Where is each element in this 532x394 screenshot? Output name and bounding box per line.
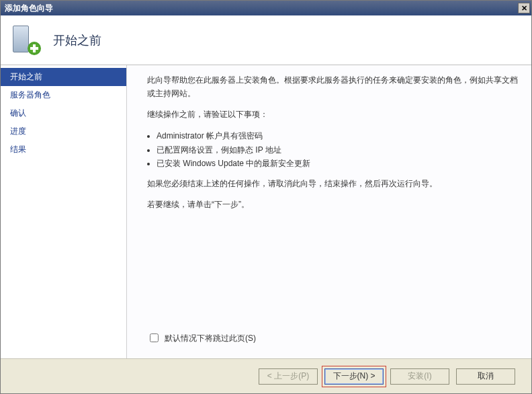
wizard-window: 添加角色向导 ✕ 开始之前 开始之前 服务器角色 确认 进度 结果 bbox=[0, 0, 532, 394]
wizard-header: 开始之前 bbox=[1, 15, 531, 65]
skip-checkbox-label[interactable]: 默认情况下将跳过此页(S) bbox=[165, 331, 256, 345]
sidebar-item-before-you-begin[interactable]: 开始之前 bbox=[1, 68, 126, 86]
sidebar-item-label: 进度 bbox=[10, 126, 26, 136]
titlebar: 添加角色向导 ✕ bbox=[1, 1, 531, 15]
skip-checkbox[interactable] bbox=[150, 333, 159, 342]
sidebar-item-label: 确认 bbox=[10, 108, 26, 118]
cancel-button[interactable]: 取消 bbox=[456, 368, 515, 385]
page-title: 开始之前 bbox=[53, 32, 101, 48]
wizard-body: 开始之前 服务器角色 确认 进度 结果 此向导帮助您在此服务器上安装角色。根据要… bbox=[1, 65, 531, 358]
sidebar-item-label: 结果 bbox=[10, 145, 26, 154]
continue-hint: 若要继续，请单击“下一步”。 bbox=[147, 198, 518, 211]
next-button[interactable]: 下一步(N) > bbox=[324, 368, 384, 385]
content-panel: 此向导帮助您在此服务器上安装角色。根据要求此服务器执行的任务来确定要安装的角色，… bbox=[127, 65, 531, 358]
sidebar: 开始之前 服务器角色 确认 进度 结果 bbox=[1, 65, 127, 358]
intro-text: 此向导帮助您在此服务器上安装角色。根据要求此服务器执行的任务来确定要安装的角色，… bbox=[147, 73, 518, 101]
skip-row: 默认情况下将跳过此页(S) bbox=[147, 331, 518, 352]
install-button: 安装(I) bbox=[390, 368, 449, 385]
sidebar-item-label: 服务器角色 bbox=[10, 90, 50, 100]
sidebar-item-results[interactable]: 结果 bbox=[1, 141, 126, 159]
server-role-icon bbox=[10, 24, 42, 56]
window-title: 添加角色向导 bbox=[5, 3, 518, 14]
warning-text: 如果您必须结束上述的任何操作，请取消此向导，结束操作，然后再次运行向导。 bbox=[147, 177, 518, 190]
list-item: 已配置网络设置，例如静态 IP 地址 bbox=[157, 143, 518, 157]
sidebar-item-server-roles[interactable]: 服务器角色 bbox=[1, 86, 126, 104]
back-button: < 上一步(P) bbox=[259, 368, 318, 385]
wizard-footer: < 上一步(P) 下一步(N) > 安装(I) 取消 bbox=[1, 358, 531, 393]
sidebar-item-progress[interactable]: 进度 bbox=[1, 122, 126, 141]
close-icon[interactable]: ✕ bbox=[518, 3, 530, 13]
list-item: Administrator 帐户具有强密码 bbox=[157, 129, 518, 143]
verify-list: Administrator 帐户具有强密码 已配置网络设置，例如静态 IP 地址… bbox=[147, 129, 518, 170]
list-item: 已安装 Windows Update 中的最新安全更新 bbox=[157, 157, 518, 170]
verify-heading: 继续操作之前，请验证以下事项： bbox=[147, 108, 518, 121]
sidebar-item-label: 开始之前 bbox=[10, 72, 42, 81]
sidebar-item-confirmation[interactable]: 确认 bbox=[1, 104, 126, 122]
